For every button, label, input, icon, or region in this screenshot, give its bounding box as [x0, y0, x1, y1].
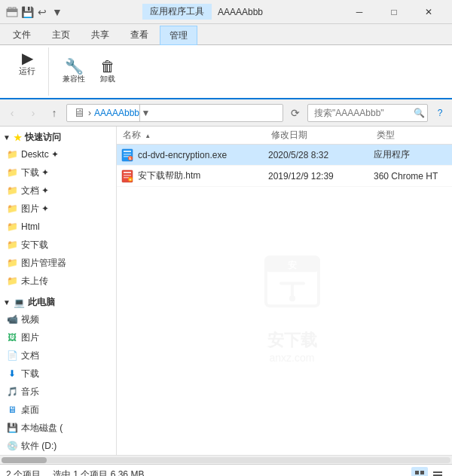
- sidebar-item-c-drive[interactable]: 💾 本地磁盘 (: [0, 419, 116, 437]
- sidebar-item-html[interactable]: 📁 Html: [0, 218, 116, 236]
- address-bar: ‹ › ↑ 🖥 › AAAAAbbb ▼ ⟳ 🔍 ?: [0, 99, 452, 127]
- pic-folder-icon: 🖼: [6, 331, 18, 343]
- file-list-header: 名称 ▲ 修改日期 类型: [117, 127, 452, 145]
- compat-icon: 🔧: [65, 59, 84, 74]
- svg-rect-20: [415, 471, 419, 474]
- watermark: 安 安下载 anxz.com: [255, 242, 330, 364]
- dropdown-icon[interactable]: ▼: [51, 6, 63, 18]
- title-bar: 💾 ↩ ▼ 应用程序工具 AAAAAbbb ─ □ ✕: [0, 0, 452, 24]
- sidebar-item-downloads[interactable]: 📁 下载 ✦: [0, 163, 116, 182]
- sidebar-anxz-label: 安下载: [21, 239, 48, 252]
- sidebar-deskdir-label: 桌面: [21, 404, 39, 416]
- ribbon-btn-compatibility[interactable]: 🔧 兼容性: [58, 57, 90, 86]
- run-label: 运行: [19, 66, 35, 77]
- svg-text:H: H: [130, 178, 132, 182]
- dl-folder-icon: ⬇: [6, 368, 18, 380]
- sidebar-item-upload[interactable]: 📁 未上传: [0, 272, 116, 290]
- desk-folder-icon: 🖥: [6, 404, 18, 416]
- ribbon-content: ▶ 运行 🔧 兼容性 🗑 卸载: [0, 45, 452, 99]
- close-btn[interactable]: ✕: [411, 0, 446, 24]
- col-type[interactable]: 类型: [374, 129, 449, 142]
- uninstall-label: 卸载: [100, 74, 115, 84]
- view-list-btn[interactable]: [429, 467, 446, 477]
- search-input[interactable]: [307, 104, 428, 122]
- tab-share[interactable]: 共享: [81, 25, 119, 44]
- sort-arrow: ▲: [145, 133, 151, 139]
- compat-label: 兼容性: [63, 74, 85, 84]
- view-grid-btn[interactable]: [411, 467, 428, 477]
- sidebar-item-desktop[interactable]: 📁 Desktc ✦: [0, 145, 116, 163]
- sidebar-item-video[interactable]: 📹 视频: [0, 310, 116, 328]
- minimize-btn[interactable]: ─: [342, 0, 377, 24]
- tab-file[interactable]: 文件: [3, 25, 41, 44]
- svg-rect-25: [433, 474, 442, 476]
- file-name-1: cd-dvd-encryption.exe: [138, 150, 268, 160]
- status-bar: 2 个项目 选中 1 个项目 6.36 MB: [0, 464, 452, 476]
- file-date-2: 2019/12/9 12:39: [268, 171, 374, 182]
- ribbon-btn-uninstall[interactable]: 🗑 卸载: [93, 57, 123, 86]
- back-btn: ‹: [3, 104, 21, 122]
- address-field[interactable]: 🖥 › AAAAAbbb ▼: [66, 104, 283, 122]
- sidebar-item-docs[interactable]: 📁 文档 ✦: [0, 182, 116, 200]
- sidebar-item-deskdir[interactable]: 🖥 桌面: [0, 401, 116, 419]
- sidebar-quickaccess-header[interactable]: ▼ ★ 快速访问: [0, 128, 116, 145]
- sidebar-doc2-label: 文档: [21, 349, 39, 362]
- tab-manage[interactable]: 管理: [160, 26, 197, 45]
- refresh-btn[interactable]: ⟳: [286, 104, 304, 122]
- folder-icon: 📁: [6, 185, 18, 197]
- item-count: 2 个项目: [6, 468, 41, 476]
- scrollbar-track[interactable]: [2, 457, 450, 463]
- sidebar-pc-header[interactable]: ▼ 💻 此电脑: [0, 293, 116, 310]
- sidebar-item-d-drive[interactable]: 💿 软件 (D:): [0, 437, 116, 455]
- sidebar-item-pictures[interactable]: 📁 图片 ✦: [0, 200, 116, 218]
- video-folder-icon: 📹: [6, 313, 18, 325]
- svg-rect-11: [124, 172, 131, 173]
- svg-rect-17: [266, 257, 319, 272]
- scrollbar-thumb[interactable]: [2, 457, 47, 463]
- pc-label: 此电脑: [28, 296, 55, 309]
- sidebar-item-music[interactable]: 🎵 音乐: [0, 383, 116, 401]
- up-btn[interactable]: ↑: [45, 104, 63, 122]
- table-row[interactable]: H 安下载帮助.htm 2019/12/9 12:39 360 Chrome H…: [117, 166, 452, 187]
- undo-icon[interactable]: ↩: [36, 6, 48, 18]
- sidebar-music-label: 音乐: [21, 386, 39, 398]
- folder-icon: 📁: [6, 221, 18, 233]
- sidebar-section-pc: ▼ 💻 此电脑 📹 视频 🖼 图片 📄 文档 ⬇ 下载 🎵: [0, 291, 116, 455]
- file-list: 名称 ▲ 修改日期 类型 E cd-dvd-: [117, 127, 452, 455]
- col-date[interactable]: 修改日期: [268, 129, 374, 142]
- col-name[interactable]: 名称 ▲: [120, 129, 268, 142]
- sidebar-pictures-label: 图片 ✦: [21, 203, 49, 215]
- pc-expand-icon: ▼: [3, 298, 11, 307]
- sidebar-dl2-label: 下载: [21, 368, 39, 380]
- drive-c-icon: 💾: [6, 422, 18, 434]
- watermark-text: 安下载: [255, 329, 330, 352]
- file-type-1: 应用程序: [374, 148, 449, 161]
- search-wrapper: 🔍: [307, 104, 428, 122]
- sidebar-item-dl2[interactable]: ⬇ 下载: [0, 365, 116, 383]
- help-btn[interactable]: ?: [431, 104, 449, 122]
- table-row[interactable]: E cd-dvd-encryption.exe 2020/5/28 8:32 应…: [117, 145, 452, 166]
- folder-icon: 📁: [6, 239, 18, 251]
- save-icon[interactable]: 💾: [21, 6, 33, 18]
- svg-rect-16: [266, 257, 319, 306]
- sidebar-c-drive-label: 本地磁盘 (: [21, 422, 63, 435]
- folder-icon: 📁: [6, 203, 18, 215]
- tab-view[interactable]: 查看: [121, 25, 158, 44]
- sidebar-video-label: 视频: [21, 313, 39, 326]
- sidebar-item-pic[interactable]: 🖼 图片: [0, 328, 116, 346]
- sidebar-item-imgmgr[interactable]: 📁 图片管理器: [0, 254, 116, 272]
- breadcrumb-item[interactable]: AAAAAbbb: [94, 108, 139, 118]
- sidebar-docs-label: 文档 ✦: [21, 185, 49, 197]
- sidebar-imgmgr-label: 图片管理器: [21, 257, 66, 270]
- tab-home[interactable]: 主页: [42, 25, 80, 44]
- doc-folder-icon: 📄: [6, 349, 18, 362]
- scrollbar-area: [0, 455, 452, 464]
- folder-icon: 📁: [6, 257, 18, 269]
- sidebar-item-anxz[interactable]: 📁 安下载: [0, 236, 116, 254]
- maximize-btn[interactable]: □: [377, 0, 411, 24]
- search-icon[interactable]: 🔍: [414, 108, 425, 118]
- ribbon-btn-run[interactable]: ▶ 运行: [12, 49, 42, 78]
- forward-btn: ›: [24, 104, 42, 122]
- address-chevron[interactable]: ▼: [139, 104, 151, 122]
- sidebar-item-doc2[interactable]: 📄 文档: [0, 346, 116, 365]
